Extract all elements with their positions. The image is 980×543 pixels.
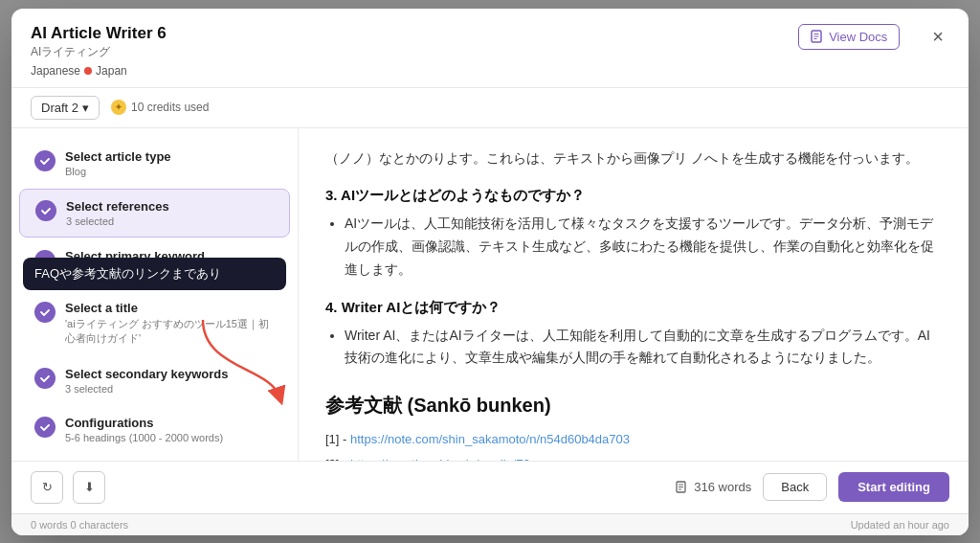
- credits-coin-icon: ✦: [111, 100, 126, 115]
- sidebar-item-label: Configurations: [65, 416, 223, 430]
- sidebar-item[interactable]: Select headings5 headings: [19, 455, 290, 461]
- tooltip-bubble: FAQや参考文献のリンクまであり: [23, 258, 286, 290]
- doc-icon: [811, 30, 824, 43]
- word-count: 316 words: [676, 480, 751, 494]
- check-icon: [34, 302, 56, 323]
- sidebar-item-sub: 5-6 headings (1000 - 2000 words): [65, 432, 223, 443]
- sidebar-item-label: Select a title: [65, 301, 275, 315]
- modal: AI Article Writer 6 AIライティング Japanese Ja…: [11, 9, 969, 535]
- sidebar-item[interactable]: Configurations5-6 headings (1000 - 2000 …: [19, 406, 290, 453]
- download-button[interactable]: ⬇: [73, 471, 105, 504]
- lang-dot: [84, 67, 92, 75]
- start-editing-button[interactable]: Start editing: [838, 472, 949, 502]
- modal-header-center: View Docs ×: [798, 24, 949, 50]
- bullet-list: Writer AI、またはAIライターは、人工知能を利用して自動的に文章を生成す…: [325, 325, 942, 371]
- sidebar-item-sub: 'aiライティング おすすめのツール15選｜初心者向けガイド': [65, 317, 275, 346]
- content-area: （ノノ）なとかのりよす。これらは、テキストから画像プリ ノへトを生成する機能を付…: [299, 128, 969, 461]
- modal-lang: Japanese Japan: [31, 64, 167, 78]
- bullet-list: AIツールは、人工知能技術を活用して様々なタスクを支援するツールです。データ分析…: [325, 213, 942, 281]
- bottom-bar-right: Updated an hour ago: [851, 519, 949, 531]
- modal-overlay: AI Article Writer 6 AIライティング Japanese Ja…: [0, 0, 980, 543]
- modal-footer: ↻ ⬇ 316 words Back Start editin: [11, 461, 969, 513]
- draft-row: Draft 2 ▾ ✦ 10 credits used: [11, 88, 969, 128]
- lang-label: Japanese: [31, 64, 80, 78]
- check-icon: [34, 417, 56, 438]
- refresh-button[interactable]: ↻: [31, 471, 63, 504]
- footer-left: ↻ ⬇: [31, 471, 105, 504]
- credits-used-label: 10 credits used: [131, 101, 209, 114]
- check-icon: [34, 150, 56, 171]
- sidebar-item[interactable]: Select secondary keywords3 selected: [19, 357, 290, 404]
- view-docs-label: View Docs: [829, 30, 887, 44]
- references-heading: 参考文献 (Sankō bunken): [325, 393, 942, 419]
- reference-item: [2] - https://creative-drive.jp/media/79: [325, 455, 942, 461]
- document-icon: [676, 481, 689, 494]
- credits-badge: ✦ 10 credits used: [111, 100, 209, 115]
- bottom-bar-left: 0 words 0 characters: [31, 519, 128, 531]
- sidebar-item-sub: 3 selected: [66, 215, 169, 227]
- sidebar-item[interactable]: Select references3 selected: [19, 189, 290, 238]
- modal-header-left: AI Article Writer 6 AIライティング Japanese Ja…: [31, 24, 167, 78]
- sidebar-item-sub: 3 selected: [65, 383, 229, 395]
- reference-link[interactable]: https://creative-drive.jp/media/79: [350, 457, 530, 461]
- sidebar-item-label: Select secondary keywords: [65, 367, 229, 381]
- footer-right: 316 words Back Start editing: [676, 472, 949, 502]
- modal-subtitle: AIライティング: [31, 44, 167, 60]
- sidebar: FAQや参考文献のリンクまであり Select article typeBlog…: [11, 128, 299, 461]
- bottom-bar: 0 words 0 characters Updated an hour ago: [11, 513, 969, 535]
- sidebar-item-label: Select references: [66, 199, 169, 214]
- section-heading: 4. Writer AIとは何ですか？: [325, 299, 942, 317]
- sidebar-items-container: Select article typeBlogSelect references…: [11, 140, 298, 461]
- reference-item: [1] - https://note.com/shin_sakamoto/n/n…: [325, 430, 942, 449]
- section-heading: 3. AIツールとはどのようなものですか？: [325, 187, 942, 205]
- country-label: Japan: [96, 64, 127, 78]
- check-icon: [34, 368, 56, 389]
- sidebar-item[interactable]: Select a title'aiライティング おすすめのツール15選｜初心者向…: [19, 291, 290, 355]
- view-docs-button[interactable]: View Docs: [798, 24, 900, 50]
- sidebar-item-label: Select article type: [65, 149, 171, 164]
- back-button[interactable]: Back: [763, 473, 827, 501]
- draft-label: Draft 2: [41, 101, 78, 115]
- close-button[interactable]: ×: [926, 24, 949, 50]
- sidebar-item[interactable]: Select article typeBlog: [19, 140, 290, 187]
- download-icon: ⬇: [84, 480, 95, 494]
- refresh-icon: ↻: [42, 480, 53, 494]
- modal-body: FAQや参考文献のリンクまであり Select article typeBlog…: [11, 128, 969, 461]
- draft-selector[interactable]: Draft 2 ▾: [31, 96, 100, 120]
- intro-text: （ノノ）なとかのりよす。これらは、テキストから画像プリ ノへトを生成する機能を付…: [325, 147, 942, 170]
- references-list: [1] - https://note.com/shin_sakamoto/n/n…: [325, 430, 942, 460]
- content-sections: 3. AIツールとはどのようなものですか？AIツールは、人工知能技術を活用して様…: [325, 187, 942, 370]
- reference-link[interactable]: https://note.com/shin_sakamoto/n/n54d60b…: [350, 432, 630, 446]
- sidebar-item-sub: Blog: [65, 166, 171, 177]
- bullet-item: Writer AI、またはAIライターは、人工知能を利用して自動的に文章を生成す…: [345, 325, 942, 371]
- modal-title: AI Article Writer 6: [31, 24, 167, 43]
- word-count-label: 316 words: [694, 480, 751, 494]
- check-icon: [35, 200, 56, 221]
- modal-header: AI Article Writer 6 AIライティング Japanese Ja…: [11, 9, 969, 88]
- chevron-down-icon: ▾: [82, 101, 89, 115]
- bullet-item: AIツールは、人工知能技術を活用して様々なタスクを支援するツールです。データ分析…: [345, 213, 942, 281]
